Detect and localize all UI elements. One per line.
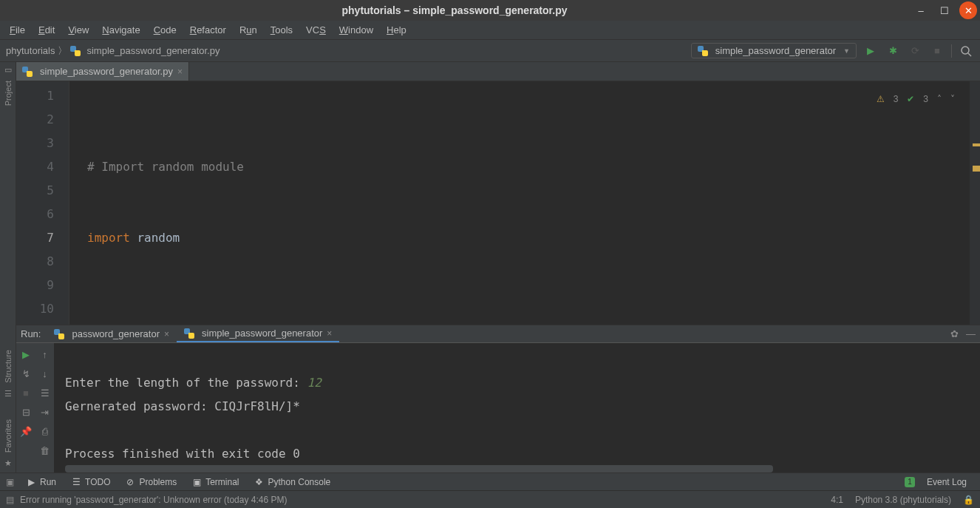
menu-file[interactable]: File <box>3 22 32 38</box>
up-icon[interactable]: ↑ <box>38 348 52 361</box>
menu-run[interactable]: Run <box>233 22 264 38</box>
menu-tools[interactable]: Tools <box>264 22 299 38</box>
svg-line-1 <box>968 53 971 56</box>
run-config-label: simple_password_generator <box>715 45 836 56</box>
status-message: Error running 'password_generator': Unkn… <box>20 495 287 505</box>
bottom-tab-run[interactable]: ▶Run <box>18 477 64 487</box>
menu-navigate[interactable]: Navigate <box>95 22 146 38</box>
pin-button[interactable]: 📌 <box>19 424 33 438</box>
soft-wrap-icon[interactable]: ☰ <box>38 386 52 399</box>
event-log-badge: 1 <box>905 477 915 487</box>
structure-tool-button[interactable]: Structure <box>2 344 14 389</box>
menu-refactor[interactable]: Refactor <box>183 22 233 38</box>
chevron-down-icon: ▼ <box>843 47 850 55</box>
close-tab-icon[interactable]: × <box>177 67 183 77</box>
rerun-button[interactable]: ▶ <box>19 348 33 361</box>
error-stripe[interactable] <box>970 81 980 325</box>
line-number-gutter: 1234 5678 910 <box>16 81 69 325</box>
window-title: phytutorials – simple_password_generator… <box>0 4 909 16</box>
navigation-bar: phytutorials 〉 simple_password_generator… <box>0 40 980 62</box>
bottom-tab-problems[interactable]: ⊘Problems <box>118 477 184 487</box>
structure-tool-icon[interactable]: ☰ <box>4 389 12 399</box>
run-action-toolbar: ▶ ↯ ■ ⊟ 📌 <box>16 343 35 473</box>
trash-icon[interactable]: 🗑 <box>38 444 52 457</box>
stop-button[interactable]: ↯ <box>19 367 33 380</box>
chevron-down-icon[interactable]: ˅ <box>950 87 955 111</box>
breadcrumb-project[interactable]: phytutorials <box>6 45 55 56</box>
down-icon[interactable]: ↓ <box>38 367 52 380</box>
menu-view[interactable]: View <box>61 22 95 38</box>
favorites-tool-icon[interactable]: ★ <box>4 458 12 468</box>
close-tab-icon[interactable]: × <box>327 328 332 339</box>
lock-icon[interactable]: 🔒 <box>963 495 974 505</box>
search-everywhere-button[interactable] <box>958 43 974 59</box>
bottom-tab-event-log[interactable]: Event Log <box>919 477 974 487</box>
menu-vcs[interactable]: VCS <box>299 22 333 38</box>
run-panel-label: Run: <box>21 328 41 339</box>
editor-tab-label: simple_password_generator.py <box>40 66 173 77</box>
bottom-tool-tabs: ▣ ▶Run ☰TODO ⊘Problems ▣Terminal ❖Python… <box>0 473 980 490</box>
caret-position[interactable]: 4:1 <box>831 495 843 505</box>
run-configuration-selector[interactable]: simple_password_generator ▼ <box>691 43 857 58</box>
project-tool-icon[interactable]: ▭ <box>4 65 12 75</box>
run-tab-2[interactable]: simple_password_generator × <box>177 325 339 342</box>
interpreter-indicator[interactable]: Python 3.8 (phytutorials) <box>855 495 951 505</box>
chevron-up-icon[interactable]: ˄ <box>937 87 942 111</box>
layout-button[interactable]: ⊟ <box>19 405 33 419</box>
python-file-icon <box>54 329 64 339</box>
run-tab-1[interactable]: password_generator × <box>47 326 177 342</box>
menu-code[interactable]: Code <box>147 22 183 38</box>
code-content[interactable]: ⚠3 ✔3 ˄ ˅ # Import random module import … <box>69 81 970 325</box>
run-coverage-button[interactable]: ⟳ <box>907 43 923 59</box>
notifications-icon[interactable]: ▤ <box>6 495 14 505</box>
run-button[interactable]: ▶ <box>862 43 879 59</box>
hide-panel-icon[interactable]: — <box>966 328 976 339</box>
print-icon[interactable]: ⎙ <box>38 424 52 438</box>
svg-point-0 <box>962 47 969 54</box>
stop-process-button[interactable]: ■ <box>19 386 33 399</box>
editor-tabs: simple_password_generator.py × <box>16 62 980 81</box>
python-file-icon <box>698 46 708 56</box>
favorites-tool-button[interactable]: Favorites <box>2 413 14 458</box>
close-tab-icon[interactable]: × <box>164 329 169 339</box>
bottom-tab-terminal[interactable]: ▣Terminal <box>184 477 246 487</box>
main-area: ▭ Project simple_password_generator.py ×… <box>0 62 980 325</box>
project-tool-button[interactable]: Project <box>2 75 14 112</box>
window-titlebar: phytutorials – simple_password_generator… <box>0 0 980 21</box>
stop-button[interactable]: ■ <box>929 43 945 59</box>
python-file-icon <box>22 67 33 77</box>
python-file-icon <box>184 328 194 339</box>
minimize-button[interactable]: – <box>912 1 930 19</box>
breadcrumb: phytutorials 〉 simple_password_generator… <box>6 44 220 58</box>
scroll-end-icon[interactable]: ⇥ <box>38 405 52 419</box>
menu-window[interactable]: Window <box>333 22 380 38</box>
python-file-icon <box>70 46 81 56</box>
horizontal-scrollbar[interactable] <box>65 465 773 473</box>
menu-edit[interactable]: Edit <box>32 22 61 38</box>
inspection-indicators[interactable]: ⚠3 ✔3 ˄ ˅ <box>877 87 955 111</box>
debug-button[interactable]: ✱ <box>885 43 901 59</box>
run-panel-header: Run: password_generator × simple_passwor… <box>16 325 980 343</box>
breadcrumb-file[interactable]: simple_password_generator.py <box>86 45 220 56</box>
menu-help[interactable]: Help <box>380 22 413 38</box>
menu-bar: File Edit View Navigate Code Refactor Ru… <box>0 21 980 40</box>
settings-icon[interactable]: ✿ <box>950 328 959 339</box>
run-tool-window: Run: password_generator × simple_passwor… <box>16 325 980 473</box>
editor[interactable]: 1234 5678 910 ⚠3 ✔3 ˄ ˅ # Import random … <box>16 81 980 325</box>
tool-window-quick-access-icon[interactable]: ▣ <box>6 477 14 487</box>
weak-warning-icon: ✔ <box>907 87 914 111</box>
bottom-tab-python-console[interactable]: ❖Python Console <box>247 477 338 487</box>
close-button[interactable]: ✕ <box>959 1 977 19</box>
run-console-toolbar: ↑ ↓ ☰ ⇥ ⎙ 🗑 <box>35 343 55 473</box>
status-bar: ▤ Error running 'password_generator': Un… <box>0 490 980 508</box>
editor-tab-file[interactable]: simple_password_generator.py × <box>16 62 189 81</box>
console-output[interactable]: Enter the length of the password: 12 Ger… <box>55 343 980 473</box>
editor-area: simple_password_generator.py × 1234 5678… <box>16 62 980 325</box>
maximize-button[interactable]: ☐ <box>936 1 953 19</box>
warning-icon: ⚠ <box>877 87 885 111</box>
